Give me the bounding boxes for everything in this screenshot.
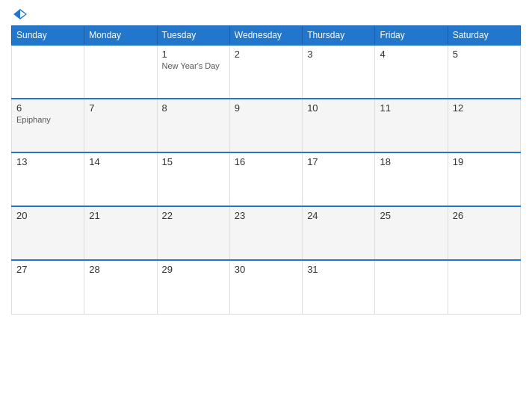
calendar-cell: 23 [229,206,302,260]
calendar-cell: 8 [157,99,229,152]
calendar-cell: 6Epiphany [12,99,84,152]
calendar-cell: 5 [448,45,520,99]
day-number: 20 [16,210,79,221]
calendar-cell: 4 [375,45,448,99]
header [11,7,521,21]
day-number: 21 [89,210,152,221]
calendar-cell: 20 [12,206,84,260]
day-number: 8 [162,102,225,114]
calendar-cell: 15 [157,152,229,206]
weekday-header-row: SundayMondayTuesdayWednesdayThursdayFrid… [12,26,521,46]
day-number: 6 [16,102,79,114]
weekday-header-sunday: Sunday [12,26,84,46]
day-number: 22 [162,210,225,221]
calendar-page: SundayMondayTuesdayWednesdayThursdayFrid… [0,0,532,411]
calendar-cell: 22 [157,206,229,260]
day-number: 28 [89,264,152,275]
holiday-name: Epiphany [16,115,79,124]
calendar-week-row: 13141516171819 [12,152,521,206]
day-number: 5 [453,49,516,60]
weekday-header-thursday: Thursday [303,26,375,46]
calendar-week-row: 6Epiphany789101112 [12,99,521,152]
calendar-cell [448,260,520,314]
day-number: 26 [453,210,516,221]
calendar-cell: 14 [84,152,157,206]
calendar-cell: 16 [229,152,302,206]
day-number: 4 [380,49,442,60]
day-number: 10 [307,102,370,114]
calendar-cell: 10 [303,99,375,152]
day-number: 11 [380,102,442,114]
weekday-header-friday: Friday [375,26,448,46]
day-number: 15 [162,156,225,167]
day-number: 25 [380,210,442,221]
day-number: 23 [235,210,297,221]
calendar-cell: 27 [12,260,84,314]
calendar-cell: 21 [84,206,157,260]
calendar-week-row: 1New Year's Day2345 [12,45,521,99]
calendar-cell [375,260,448,314]
calendar-cell: 29 [157,260,229,314]
calendar-table: SundayMondayTuesdayWednesdayThursdayFrid… [11,25,521,315]
day-number: 1 [162,49,225,60]
weekday-header-wednesday: Wednesday [229,26,302,46]
day-number: 17 [307,156,370,167]
day-number: 7 [89,102,152,114]
day-number: 12 [453,102,516,114]
calendar-cell: 19 [448,152,520,206]
day-number: 14 [89,156,152,167]
calendar-cell: 28 [84,260,157,314]
calendar-cell: 7 [84,99,157,152]
calendar-cell: 17 [303,152,375,206]
calendar-cell: 12 [448,99,520,152]
calendar-cell: 31 [303,260,375,314]
day-number: 30 [235,264,297,275]
calendar-cell [84,45,157,99]
day-number: 13 [16,156,79,167]
day-number: 18 [380,156,442,167]
calendar-cell: 24 [303,206,375,260]
calendar-cell: 2 [229,45,302,99]
day-number: 2 [235,49,297,60]
day-number: 29 [162,264,225,275]
weekday-header-saturday: Saturday [448,26,520,46]
day-number: 24 [307,210,370,221]
day-number: 9 [235,102,297,114]
calendar-cell: 13 [12,152,84,206]
weekday-header-tuesday: Tuesday [157,26,229,46]
calendar-cell: 18 [375,152,448,206]
day-number: 31 [307,264,370,275]
holiday-name: New Year's Day [162,61,225,70]
weekday-header-monday: Monday [84,26,157,46]
calendar-cell: 25 [375,206,448,260]
day-number: 27 [16,264,79,275]
day-number: 16 [235,156,297,167]
calendar-cell [12,45,84,99]
calendar-cell: 26 [448,206,520,260]
day-number: 19 [453,156,516,167]
day-number: 3 [307,49,370,60]
calendar-cell: 3 [303,45,375,99]
logo [11,7,28,21]
calendar-cell: 11 [375,99,448,152]
calendar-cell: 30 [229,260,302,314]
calendar-cell: 1New Year's Day [157,45,229,99]
calendar-week-row: 20212223242526 [12,206,521,260]
calendar-week-row: 2728293031 [12,260,521,314]
logo-flag-icon [13,7,27,21]
calendar-cell: 9 [229,99,302,152]
